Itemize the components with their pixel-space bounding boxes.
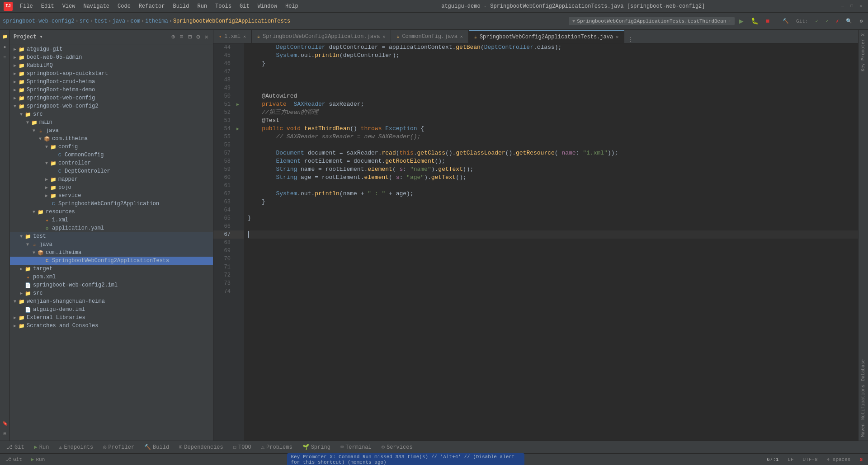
tab-1xml-close[interactable]: ✕ [243, 34, 246, 39]
expand-arrow[interactable]: ▼ [43, 144, 50, 150]
tree-item-test-com-itheima[interactable]: ▼ 📦 com.itheima [10, 249, 213, 257]
tree-item-1xml[interactable]: ✦ 1.xml [10, 216, 213, 224]
breadcrumb-class[interactable]: SpringbootWebConfig2ApplicationTests [173, 18, 290, 24]
menu-code[interactable]: Code [114, 2, 134, 10]
status-run[interactable]: ▶ Run [29, 456, 47, 462]
breadcrumb-com[interactable]: com [130, 18, 140, 24]
project-icon[interactable]: 📁 [0, 32, 10, 42]
stop-button[interactable]: ■ [763, 16, 772, 26]
tab-springboot-app-java[interactable]: ☕ SpringbootWebConfig2Application.java ✕ [252, 30, 391, 43]
breadcrumb-src[interactable]: src [80, 18, 90, 24]
maven-label[interactable]: Maven [860, 422, 867, 439]
key-promoter-x-label[interactable]: Key Promoter X [860, 32, 867, 73]
build-button[interactable]: 🔨 [780, 17, 792, 25]
expand-arrow[interactable]: ▼ [31, 249, 37, 256]
tree-item-application-yaml[interactable]: ⚙ application.yaml [10, 224, 213, 232]
tree-item-src2[interactable]: ▶ 📁 src [10, 289, 213, 297]
expand-arrow[interactable]: ▼ [24, 119, 31, 126]
menu-refactor[interactable]: Refactor [135, 2, 169, 10]
database-label[interactable]: Database [860, 357, 867, 383]
bottom-tab-git[interactable]: ⎇ Git [2, 442, 29, 452]
tree-item-src[interactable]: ▼ 📁 src [10, 110, 213, 118]
tree-item-heima-demo[interactable]: ▶ 📁 SpringBoot-heima-demo [10, 86, 213, 94]
tree-item-common-config[interactable]: C CommonConfig [10, 151, 213, 159]
tab-common-config[interactable]: ☕ CommonConfig.java ✕ [391, 30, 468, 43]
menu-help[interactable]: Help [282, 2, 302, 10]
bottom-tab-services[interactable]: ⚙ Services [377, 442, 417, 452]
git-checkmark-button[interactable]: ✓ [813, 17, 821, 25]
locate-icon[interactable]: ⊕ [170, 32, 176, 42]
expand-arrow[interactable]: ▼ [18, 111, 24, 117]
tree-item-atguigu-git[interactable]: ▶ 📁 atguigu-git [10, 45, 213, 53]
bookmarks-icon[interactable]: 🔖 [0, 418, 10, 428]
tree-item-web-config[interactable]: ▶ 📁 springboot-web-config [10, 94, 213, 102]
bottom-tab-build[interactable]: 🔨 Build [140, 442, 174, 452]
tree-item-external-libs[interactable]: ▶ 📁 External Libraries [10, 314, 213, 322]
code-content-area[interactable]: DeptController deptController = applicat… [244, 43, 858, 441]
tab-app-close[interactable]: ✕ [382, 34, 385, 39]
tab-1xml[interactable]: ✦ 1.xml ✕ [213, 30, 252, 43]
menu-tools[interactable]: Tools [212, 2, 235, 10]
menu-run[interactable]: Run [193, 2, 211, 10]
expand-arrow[interactable]: ▼ [18, 233, 24, 240]
bottom-tab-endpoints[interactable]: ⟁ Endpoints [54, 443, 98, 452]
expand-arrow[interactable]: ▼ [43, 160, 50, 166]
run-button[interactable]: ▶ [736, 15, 746, 27]
menu-edit[interactable]: Edit [38, 2, 58, 10]
expand-arrow[interactable]: ▶ [12, 87, 18, 93]
tree-item-springboot-app[interactable]: C SpringbootWebConfig2Application [10, 200, 213, 208]
tree-item-atguigu-iml[interactable]: 📄 atguigu-demo.iml [10, 305, 213, 314]
expand-arrow[interactable]: ▶ [43, 184, 50, 191]
breadcrumb-test[interactable]: test [94, 18, 107, 24]
tree-item-test-java[interactable]: ▼ ☕ java [10, 240, 213, 249]
window-controls[interactable]: ─ □ ✕ [839, 3, 864, 10]
status-encoding[interactable]: UTF-8 [801, 457, 820, 462]
structure-icon2[interactable]: ⊞ [0, 429, 10, 439]
collapse-icon[interactable]: ⊟ [187, 32, 193, 42]
expand-arrow[interactable]: ▶ [12, 315, 18, 321]
menu-navigate[interactable]: Navigate [80, 2, 113, 10]
status-line-ending[interactable]: LF [786, 457, 795, 462]
menu-view[interactable]: View [59, 2, 79, 10]
tree-item-iml[interactable]: 📄 springboot-web-config2.iml [10, 281, 213, 289]
settings-icon[interactable]: ⚙ [195, 32, 201, 42]
tree-item-scratches[interactable]: ▶ 📁 Scratches and Consoles [10, 322, 213, 330]
tree-item-test[interactable]: ▼ 📁 test [10, 232, 213, 240]
run-config-selector[interactable]: ▼ SpringbootWebConfig2ApplicationTests.t… [569, 17, 735, 25]
tree-item-controller[interactable]: ▼ 📁 controller [10, 159, 213, 167]
tab-common-close[interactable]: ✕ [460, 34, 463, 39]
expand-arrow[interactable]: ▶ [12, 70, 18, 77]
tree-item-target[interactable]: ▶ 📁 target [10, 265, 213, 273]
menu-git[interactable]: Git [236, 2, 253, 10]
menu-build[interactable]: Build [169, 2, 193, 10]
bottom-tab-profiler[interactable]: ◎ Profiler [99, 442, 139, 452]
notifications-label[interactable]: Notifications [860, 383, 867, 422]
commit-icon[interactable]: ● [0, 42, 10, 52]
tree-item-rabbitmq[interactable]: ▶ 📁 RabbitMQ [10, 61, 213, 70]
tree-item-boot-web-05-admin[interactable]: ▶ 📁 boot-web-05-admin [10, 53, 213, 61]
expand-arrow[interactable]: ▶ [12, 95, 18, 101]
expand-arrow[interactable]: ▶ [43, 193, 50, 199]
expand-arrow[interactable]: ▶ [12, 62, 18, 69]
tree-item-main[interactable]: ▼ 📁 main [10, 118, 213, 127]
minimize-button[interactable]: ─ [839, 3, 846, 10]
tree-item-com-itheima[interactable]: ▼ 📦 com.itheima [10, 135, 213, 143]
menu-file[interactable]: File [16, 2, 37, 10]
expand-arrow[interactable]: ▶ [12, 54, 18, 61]
bottom-tab-spring[interactable]: 🌱 Spring [298, 442, 335, 452]
tabs-more-button[interactable]: ⋮ [624, 36, 637, 43]
status-indent[interactable]: 4 spaces [825, 457, 853, 462]
status-git[interactable]: ⎇ Git [4, 456, 24, 462]
bottom-tab-problems[interactable]: ⚠ Problems [257, 442, 297, 452]
tree-item-wenjian[interactable]: ▼ 📁 wenjian-shangchuan-heima [10, 297, 213, 305]
tree-item-crud[interactable]: ▶ 📁 SpringBoot-crud-heima [10, 78, 213, 86]
tree-item-service[interactable]: ▶ 📁 service [10, 192, 213, 200]
expand-arrow[interactable]: ▼ [12, 103, 18, 109]
tree-item-aop[interactable]: ▶ 📁 springboot-aop-quickstart [10, 70, 213, 78]
git-x-button[interactable]: ✗ [833, 17, 842, 25]
expand-arrow[interactable]: ▼ [31, 127, 37, 134]
expand-arrow[interactable]: ▼ [37, 136, 43, 142]
bottom-tab-todo[interactable]: ☐ TODO [229, 442, 256, 452]
bottom-tab-terminal[interactable]: ⌨ Terminal [336, 442, 376, 452]
breadcrumb-java[interactable]: java [112, 18, 125, 24]
